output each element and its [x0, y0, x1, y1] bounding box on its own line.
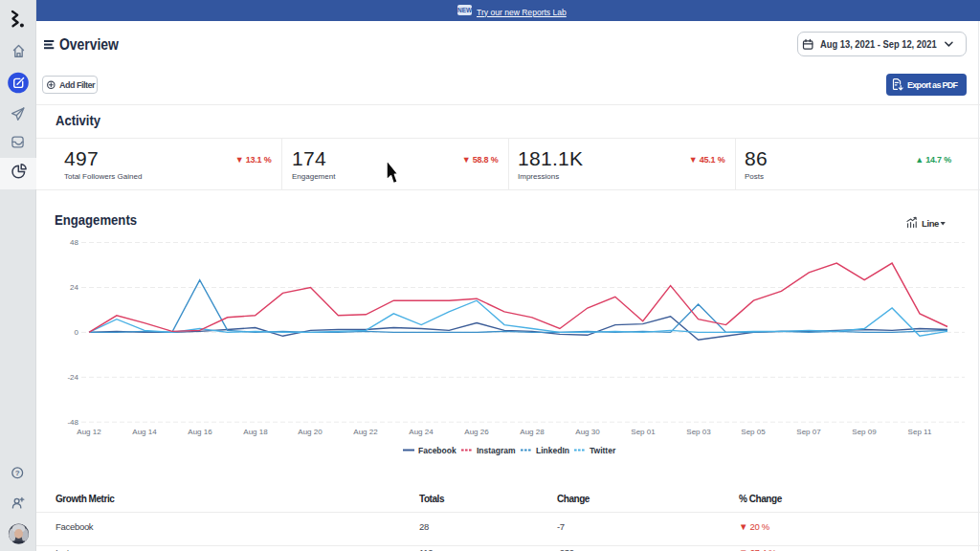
svg-text:?: ?	[15, 469, 20, 477]
